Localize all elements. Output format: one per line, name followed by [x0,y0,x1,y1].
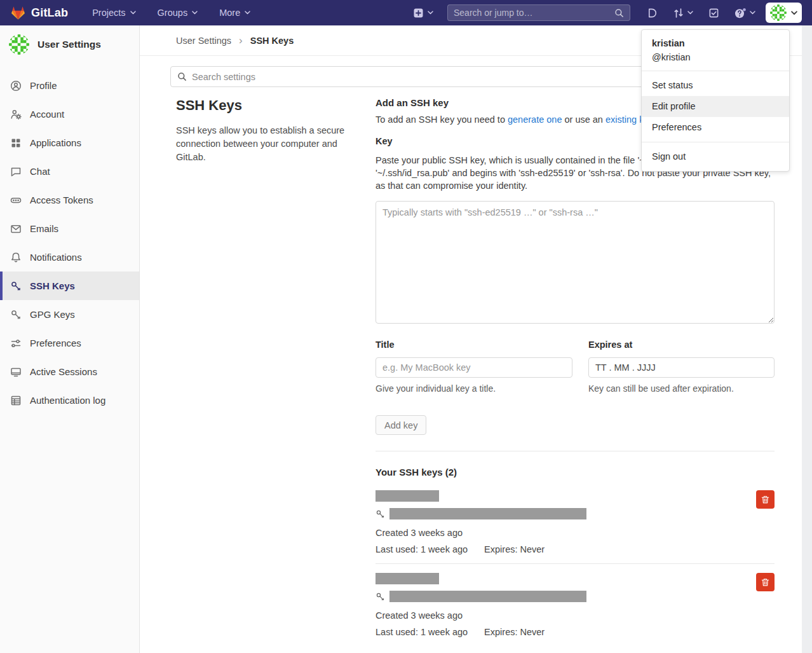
sidebar-item-gpg-keys[interactable]: GPG Keys [0,300,139,329]
menu-divider [642,142,789,142]
chevron-down-icon [750,11,755,15]
ssh-key-textarea[interactable] [376,201,775,324]
sidebar-item-label: Authentication log [30,395,105,406]
navbar-menus: ProjectsGroupsMore [92,8,272,18]
expires-at-input[interactable] [588,357,775,378]
top-navbar: GitLab ProjectsGroupsMore [0,0,812,25]
chevron-down-icon [687,11,693,15]
user-full-name: kristian [652,38,779,48]
issues-icon[interactable] [647,8,658,18]
key-last-used-text: Last used: 1 week ago [376,627,468,637]
title-label: Title [376,340,572,350]
key-title-input[interactable] [376,357,572,378]
redacted-key-fingerprint [389,591,586,602]
add-key-button[interactable]: Add key [376,415,426,435]
ssh-key-form-column: Add an SSH key To add an SSH key you nee… [376,97,775,643]
help-icon[interactable] [734,8,755,18]
user-menu-button[interactable] [766,3,802,23]
sidebar-item-profile[interactable]: Profile [0,71,139,100]
user-dropdown-menu: kristian @kristian Set statusEdit profil… [641,29,790,172]
sidebar-item-label: SSH Keys [30,280,75,291]
sidebar-item-applications[interactable]: Applications [0,128,139,157]
new-menu-button[interactable] [413,8,433,18]
trash-icon [761,577,770,588]
your-ssh-keys-heading: Your SSH keys (2) [376,467,775,478]
nav-menu-groups[interactable]: Groups [158,8,198,18]
scrollbar[interactable] [802,25,812,653]
nav-menu-more[interactable]: More [219,8,250,18]
user-menu-item-edit-profile[interactable]: Edit profile [642,96,789,117]
breadcrumb-ssh-keys: SSH Keys [250,36,294,46]
access-tokens-icon [10,195,22,206]
expires-at-label: Expires at [588,340,775,350]
sidebar-item-emails[interactable]: Emails [0,214,139,243]
generate-one-link[interactable]: generate one [508,114,562,125]
sidebar-item-notifications[interactable]: Notifications [0,243,139,272]
account-icon [10,109,22,120]
sidebar-item-label: Account [30,109,64,120]
chat-icon [10,166,22,177]
intro-text: or use an [562,114,606,125]
intro-text: To add an SSH key you need to [376,114,508,125]
sidebar-item-authentication-log[interactable]: Authentication log [0,386,139,415]
delete-key-button[interactable] [756,490,775,509]
nav-menu-projects[interactable]: Projects [92,8,135,18]
todos-icon[interactable] [708,8,719,18]
title-help-text: Give your individual key a title. [376,383,572,394]
page-description: SSH keys allow you to establish a secure… [176,124,356,164]
active-sessions-icon [10,366,22,378]
section-divider [376,451,775,451]
sidebar-item-label: Active Sessions [30,366,97,377]
user-dropdown-header: kristian @kristian [642,30,789,71]
sidebar-item-label: Access Tokens [30,195,93,205]
sidebar-header: User Settings [0,25,139,64]
merge-requests-icon[interactable] [673,8,693,18]
key-created-text: Created 3 weeks ago [376,610,775,621]
sidebar-item-active-sessions[interactable]: Active Sessions [0,357,139,386]
brand-wordmark: GitLab [31,6,68,20]
emails-icon [10,223,22,235]
key-icon [376,592,385,601]
key-expires-text: Expires: Never [484,627,545,637]
applications-icon [10,137,22,149]
delete-key-button[interactable] [756,573,775,591]
sidebar-item-account[interactable]: Account [0,100,139,128]
key-expires-text: Expires: Never [484,544,545,554]
sidebar-item-preferences[interactable]: Preferences [0,329,139,357]
chevron-down-icon [130,11,136,15]
user-menu-item-sign-out[interactable]: Sign out [642,146,789,167]
navbar-icon-group [647,8,755,18]
key-created-text: Created 3 weeks ago [376,528,775,538]
sidebar-item-label: Notifications [30,252,82,263]
chevron-down-icon [428,11,433,15]
sidebar-item-ssh-keys[interactable]: SSH Keys [0,272,139,300]
menu-divider [642,71,789,71]
redacted-key-title [376,573,439,584]
ssh-key-list: Created 3 weeks agoLast used: 1 week ago… [376,481,775,643]
sidebar-title: User Settings [37,39,101,50]
expires-help-text: Key can still be used after expiration. [588,383,775,394]
sidebar-item-chat[interactable]: Chat [0,157,139,186]
global-search-input[interactable] [454,8,614,18]
section-intro-column: SSH Keys SSH keys allow you to establish… [176,97,356,643]
sidebar-item-label: Profile [30,80,57,91]
user-menu-item-set-status[interactable]: Set status [642,75,789,96]
gitlab-ssh-keys-page: GitLab ProjectsGroupsMore [0,0,812,653]
user-menu-item-preferences[interactable]: Preferences [642,117,789,138]
sidebar-item-access-tokens[interactable]: Access Tokens [0,186,139,214]
notification-dot [743,8,746,11]
settings-sidebar: User Settings ProfileAccountApplications… [0,25,140,653]
ssh-key-entry: Created 3 weeks agoLast used: 1 week ago… [376,564,775,643]
key-last-used-text: Last used: 1 week ago [376,544,468,554]
breadcrumb-user-settings[interactable]: User Settings [176,36,231,46]
sidebar-item-label: Applications [30,137,81,148]
nav-menu-label: More [219,8,240,18]
redacted-key-fingerprint [389,508,586,519]
global-search[interactable] [447,4,630,21]
redacted-key-title [376,490,439,502]
gitlab-logo[interactable]: GitLab [10,5,68,20]
nav-menu-label: Projects [92,8,125,18]
notifications-icon [10,252,22,263]
tanuki-icon [10,5,26,20]
key-icon [376,509,385,519]
